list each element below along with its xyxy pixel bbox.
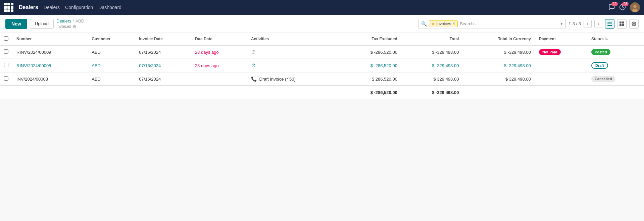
col-header-status[interactable]: Status ⇅	[587, 33, 644, 45]
draft-badge: Draft	[591, 62, 608, 69]
col-header-due-date[interactable]: Due Date	[191, 33, 247, 45]
activity-icon[interactable]: 28	[619, 4, 626, 11]
header-checkbox-col[interactable]	[0, 33, 12, 45]
row-checkbox-col[interactable]	[0, 59, 12, 73]
search-tag: ★ Invoices ✕	[429, 20, 458, 27]
row-checkbox-col[interactable]	[0, 45, 12, 59]
chat-icon[interactable]: 12	[608, 4, 615, 11]
totals-total: $ -329,498.00	[401, 86, 463, 99]
col-header-payment[interactable]: Payment	[535, 33, 587, 45]
kanban-view-button[interactable]	[617, 19, 627, 29]
nav-link-configuration[interactable]: Configuration	[65, 5, 93, 10]
posted-badge: Posted	[591, 49, 610, 55]
invoices-table: Number Customer Invoice Date Due Date Ac…	[0, 33, 644, 99]
prev-page-button[interactable]: ‹	[584, 20, 592, 28]
row-total: $ -329,498.00	[401, 45, 463, 59]
row-activities: ⏱	[247, 45, 340, 59]
svg-rect-10	[622, 24, 624, 26]
row-number[interactable]: RINV/2024/00009	[12, 45, 88, 59]
user-avatar[interactable]	[630, 2, 640, 12]
col-header-activities[interactable]: Activities	[247, 33, 340, 45]
nav-link-dashboard[interactable]: Dashboard	[98, 5, 121, 10]
new-button[interactable]: New	[5, 19, 27, 29]
table-row: RINV/2024/00008 ABD 07/16/2024 23 days a…	[0, 59, 644, 73]
upload-button[interactable]: Upload	[30, 19, 54, 29]
svg-rect-4	[607, 22, 612, 23]
col-header-invoice-date[interactable]: Invoice Date	[135, 33, 191, 45]
row-checkbox[interactable]	[4, 49, 8, 54]
row-number-link[interactable]: RINV/2024/00008	[16, 63, 51, 68]
row-status: Cancelled	[587, 73, 644, 86]
row-checkbox[interactable]	[4, 63, 8, 67]
col-header-number[interactable]: Number	[12, 33, 88, 45]
gear-icon[interactable]: ⚙	[72, 24, 77, 29]
svg-rect-9	[620, 24, 622, 26]
apps-grid-icon[interactable]	[4, 3, 13, 12]
search-dropdown-icon[interactable]: ▾	[560, 21, 563, 26]
row-activities: 📞 Draft Invoice (* 50)	[247, 73, 340, 86]
settings-view-button[interactable]	[629, 19, 639, 29]
breadcrumb-sub: Invoices ⚙	[56, 24, 84, 29]
table-container: Number Customer Invoice Date Due Date Ac…	[0, 33, 644, 99]
nav-link-dealers[interactable]: Dealers	[44, 5, 60, 10]
not-paid-badge: Not Paid	[539, 49, 561, 55]
next-page-button[interactable]: ›	[594, 20, 602, 28]
table-header-row: Number Customer Invoice Date Due Date Ac…	[0, 33, 644, 45]
row-total: $ 329,498.00	[401, 73, 463, 86]
totals-end	[463, 86, 644, 99]
totals-row: $ -286,520.00 $ -329,498.00	[0, 86, 644, 99]
pagination-text: 1-3 / 3	[568, 21, 581, 26]
row-activities: ⏱	[247, 59, 340, 73]
search-tag-close[interactable]: ✕	[452, 21, 455, 26]
row-tax-excluded: $ -286,520.00	[340, 45, 401, 59]
clock-icon: ⏱	[251, 49, 256, 55]
row-payment	[535, 59, 587, 73]
view-controls: 1-3 / 3 ‹ ›	[568, 19, 639, 29]
sort-icon: ⇅	[605, 37, 608, 41]
svg-rect-6	[607, 25, 612, 26]
table-row: INV/2024/00008 ABD 07/15/2024 📞 Draft In…	[0, 73, 644, 86]
row-due-date: 23 days ago	[191, 45, 247, 59]
col-header-customer[interactable]: Customer	[88, 33, 135, 45]
breadcrumb-parent[interactable]: Dealers	[56, 18, 71, 24]
totals-tax-excluded: $ -286,520.00	[340, 86, 401, 99]
row-number[interactable]: RINV/2024/00008	[12, 59, 88, 73]
row-total-currency: $ -329,498.00	[463, 45, 535, 59]
cancelled-badge: Cancelled	[591, 76, 615, 82]
nav-links: Dealers Configuration Dashboard	[44, 5, 121, 10]
row-checkbox[interactable]	[4, 76, 8, 81]
svg-point-11	[633, 23, 635, 25]
row-status: Draft	[587, 59, 644, 73]
select-all-checkbox[interactable]	[4, 36, 8, 41]
row-checkbox-col[interactable]	[0, 73, 12, 86]
row-payment: Not Paid	[535, 45, 587, 59]
breadcrumb: Dealers / ABD	[56, 18, 84, 24]
row-due-date: 23 days ago	[191, 59, 247, 73]
list-view-button[interactable]	[605, 19, 614, 29]
activity-badge: 28	[622, 2, 629, 6]
col-header-total-currency[interactable]: Total in Currency	[463, 33, 535, 45]
svg-rect-7	[620, 21, 622, 24]
breadcrumb-wrap: Dealers / ABD Invoices ⚙	[56, 18, 84, 29]
svg-rect-8	[622, 21, 624, 24]
toolbar: New Upload Dealers / ABD Invoices ⚙ 🔍 ★ …	[0, 15, 644, 33]
row-due-date	[191, 73, 247, 86]
nav-right: 12 28	[608, 2, 640, 12]
breadcrumb-current: ABD	[75, 18, 84, 24]
col-header-tax-excluded[interactable]: Tax Excluded	[340, 33, 401, 45]
row-tax-excluded: $ -286,520.00	[340, 59, 401, 73]
svg-point-2	[633, 5, 636, 8]
activity-text: Draft Invoice (* 50)	[259, 77, 296, 82]
row-number[interactable]: INV/2024/00008	[12, 73, 88, 86]
sub-label: Invoices	[56, 24, 71, 29]
search-bar: 🔍 ★ Invoices ✕ ▾	[418, 19, 566, 29]
col-header-total[interactable]: Total	[401, 33, 463, 45]
row-total-currency: $ -329,498.00	[463, 59, 535, 73]
row-total: $ -329,498.00	[401, 59, 463, 73]
row-status: Posted	[587, 45, 644, 59]
top-nav: Dealers Dealers Configuration Dashboard …	[0, 0, 644, 15]
row-invoice-date: 07/15/2024	[135, 73, 191, 86]
row-invoice-date: 07/16/2024	[135, 59, 191, 73]
row-customer: ABD	[88, 45, 135, 59]
search-input[interactable]	[460, 21, 557, 26]
